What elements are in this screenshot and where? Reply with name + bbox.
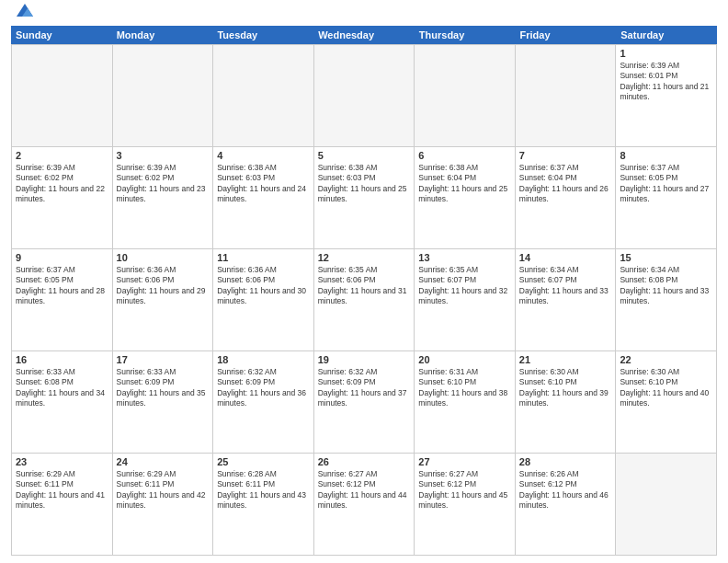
day-number: 13 <box>418 252 511 263</box>
day-number: 6 <box>418 150 511 161</box>
day-number: 23 <box>16 456 108 467</box>
calendar-cell: 16Sunrise: 6:33 AM Sunset: 6:08 PM Dayli… <box>12 351 113 454</box>
day-number: 26 <box>318 456 411 467</box>
calendar-cell: 7Sunrise: 6:37 AM Sunset: 6:04 PM Daylig… <box>516 147 617 249</box>
header-day-wednesday: Wednesday <box>313 26 415 44</box>
calendar-row-4: 23Sunrise: 6:29 AM Sunset: 6:11 PM Dayli… <box>12 454 717 556</box>
day-number: 27 <box>418 456 511 467</box>
day-number: 3 <box>117 150 210 161</box>
header-day-sunday: Sunday <box>11 26 112 44</box>
day-number: 19 <box>318 354 411 365</box>
calendar-cell: 24Sunrise: 6:29 AM Sunset: 6:11 PM Dayli… <box>113 454 214 556</box>
day-info: Sunrise: 6:33 AM Sunset: 6:09 PM Dayligh… <box>117 367 210 409</box>
day-number: 1 <box>620 48 712 59</box>
day-info: Sunrise: 6:39 AM Sunset: 6:01 PM Dayligh… <box>620 61 712 103</box>
header-day-tuesday: Tuesday <box>212 26 313 44</box>
day-info: Sunrise: 6:39 AM Sunset: 6:02 PM Dayligh… <box>16 163 108 205</box>
calendar-row-0: 1Sunrise: 6:39 AM Sunset: 6:01 PM Daylig… <box>12 45 717 147</box>
header-day-monday: Monday <box>112 26 213 44</box>
day-number: 12 <box>318 252 411 263</box>
calendar-cell <box>12 45 113 147</box>
day-info: Sunrise: 6:35 AM Sunset: 6:07 PM Dayligh… <box>418 265 511 307</box>
day-info: Sunrise: 6:38 AM Sunset: 6:03 PM Dayligh… <box>217 163 310 205</box>
day-number: 9 <box>16 252 108 263</box>
calendar-header: SundayMondayTuesdayWednesdayThursdayFrid… <box>11 26 717 44</box>
day-info: Sunrise: 6:31 AM Sunset: 6:10 PM Dayligh… <box>418 367 511 409</box>
calendar-cell: 18Sunrise: 6:32 AM Sunset: 6:09 PM Dayli… <box>213 351 314 454</box>
calendar-cell: 9Sunrise: 6:37 AM Sunset: 6:05 PM Daylig… <box>12 249 113 351</box>
day-number: 15 <box>620 252 712 263</box>
day-number: 21 <box>519 354 612 365</box>
day-info: Sunrise: 6:37 AM Sunset: 6:05 PM Dayligh… <box>16 265 108 307</box>
calendar-body: 1Sunrise: 6:39 AM Sunset: 6:01 PM Daylig… <box>11 44 717 556</box>
calendar-cell: 4Sunrise: 6:38 AM Sunset: 6:03 PM Daylig… <box>213 147 314 249</box>
calendar-cell <box>616 454 717 556</box>
calendar-cell: 25Sunrise: 6:28 AM Sunset: 6:11 PM Dayli… <box>213 454 314 556</box>
calendar-cell: 26Sunrise: 6:27 AM Sunset: 6:12 PM Dayli… <box>314 454 415 556</box>
day-number: 28 <box>519 456 612 467</box>
calendar-cell: 28Sunrise: 6:26 AM Sunset: 6:12 PM Dayli… <box>516 454 617 556</box>
calendar-cell <box>213 45 314 147</box>
calendar-cell: 15Sunrise: 6:34 AM Sunset: 6:08 PM Dayli… <box>616 249 717 351</box>
day-number: 18 <box>217 354 310 365</box>
day-info: Sunrise: 6:32 AM Sunset: 6:09 PM Dayligh… <box>217 367 310 409</box>
calendar-cell <box>516 45 617 147</box>
calendar-cell: 2Sunrise: 6:39 AM Sunset: 6:02 PM Daylig… <box>12 147 113 249</box>
day-info: Sunrise: 6:28 AM Sunset: 6:11 PM Dayligh… <box>217 469 310 511</box>
day-number: 22 <box>620 354 712 365</box>
calendar-cell: 20Sunrise: 6:31 AM Sunset: 6:10 PM Dayli… <box>415 351 516 454</box>
header <box>11 9 717 20</box>
day-info: Sunrise: 6:30 AM Sunset: 6:10 PM Dayligh… <box>620 367 712 409</box>
calendar-cell: 23Sunrise: 6:29 AM Sunset: 6:11 PM Dayli… <box>12 454 113 556</box>
day-number: 4 <box>217 150 310 161</box>
calendar-cell: 19Sunrise: 6:32 AM Sunset: 6:09 PM Dayli… <box>314 351 415 454</box>
day-info: Sunrise: 6:37 AM Sunset: 6:05 PM Dayligh… <box>620 163 712 205</box>
day-info: Sunrise: 6:38 AM Sunset: 6:04 PM Dayligh… <box>418 163 511 205</box>
day-number: 16 <box>16 354 108 365</box>
calendar-row-2: 9Sunrise: 6:37 AM Sunset: 6:05 PM Daylig… <box>12 249 717 351</box>
calendar-cell: 1Sunrise: 6:39 AM Sunset: 6:01 PM Daylig… <box>616 45 717 147</box>
header-day-thursday: Thursday <box>415 26 516 44</box>
calendar-row-3: 16Sunrise: 6:33 AM Sunset: 6:08 PM Dayli… <box>12 351 717 454</box>
calendar-cell <box>113 45 214 147</box>
logo <box>11 9 35 20</box>
calendar-cell <box>415 45 516 147</box>
day-info: Sunrise: 6:29 AM Sunset: 6:11 PM Dayligh… <box>16 469 108 511</box>
calendar-cell: 5Sunrise: 6:38 AM Sunset: 6:03 PM Daylig… <box>314 147 415 249</box>
day-info: Sunrise: 6:36 AM Sunset: 6:06 PM Dayligh… <box>217 265 310 307</box>
day-info: Sunrise: 6:33 AM Sunset: 6:08 PM Dayligh… <box>16 367 108 409</box>
calendar-cell: 21Sunrise: 6:30 AM Sunset: 6:10 PM Dayli… <box>516 351 617 454</box>
day-info: Sunrise: 6:30 AM Sunset: 6:10 PM Dayligh… <box>519 367 612 409</box>
day-number: 2 <box>16 150 108 161</box>
day-info: Sunrise: 6:35 AM Sunset: 6:06 PM Dayligh… <box>318 265 411 307</box>
calendar-row-1: 2Sunrise: 6:39 AM Sunset: 6:02 PM Daylig… <box>12 147 717 249</box>
day-number: 7 <box>519 150 612 161</box>
day-number: 11 <box>217 252 310 263</box>
day-info: Sunrise: 6:29 AM Sunset: 6:11 PM Dayligh… <box>117 469 210 511</box>
day-info: Sunrise: 6:34 AM Sunset: 6:08 PM Dayligh… <box>620 265 712 307</box>
calendar-cell <box>314 45 415 147</box>
day-number: 5 <box>318 150 411 161</box>
calendar-cell: 6Sunrise: 6:38 AM Sunset: 6:04 PM Daylig… <box>415 147 516 249</box>
day-number: 20 <box>418 354 511 365</box>
page: SundayMondayTuesdayWednesdayThursdayFrid… <box>0 0 728 563</box>
day-info: Sunrise: 6:27 AM Sunset: 6:12 PM Dayligh… <box>318 469 411 511</box>
day-number: 14 <box>519 252 612 263</box>
calendar-cell: 3Sunrise: 6:39 AM Sunset: 6:02 PM Daylig… <box>113 147 214 249</box>
day-info: Sunrise: 6:34 AM Sunset: 6:07 PM Dayligh… <box>519 265 612 307</box>
calendar-cell: 10Sunrise: 6:36 AM Sunset: 6:06 PM Dayli… <box>113 249 214 351</box>
header-day-saturday: Saturday <box>616 26 717 44</box>
day-info: Sunrise: 6:36 AM Sunset: 6:06 PM Dayligh… <box>117 265 210 307</box>
day-number: 25 <box>217 456 310 467</box>
day-info: Sunrise: 6:32 AM Sunset: 6:09 PM Dayligh… <box>318 367 411 409</box>
day-info: Sunrise: 6:38 AM Sunset: 6:03 PM Dayligh… <box>318 163 411 205</box>
calendar-cell: 14Sunrise: 6:34 AM Sunset: 6:07 PM Dayli… <box>516 249 617 351</box>
calendar-cell: 12Sunrise: 6:35 AM Sunset: 6:06 PM Dayli… <box>314 249 415 351</box>
calendar-cell: 11Sunrise: 6:36 AM Sunset: 6:06 PM Dayli… <box>213 249 314 351</box>
calendar-cell: 22Sunrise: 6:30 AM Sunset: 6:10 PM Dayli… <box>616 351 717 454</box>
logo-icon <box>15 0 35 20</box>
day-info: Sunrise: 6:27 AM Sunset: 6:12 PM Dayligh… <box>418 469 511 511</box>
day-number: 24 <box>117 456 210 467</box>
day-info: Sunrise: 6:26 AM Sunset: 6:12 PM Dayligh… <box>519 469 612 511</box>
calendar-cell: 27Sunrise: 6:27 AM Sunset: 6:12 PM Dayli… <box>415 454 516 556</box>
